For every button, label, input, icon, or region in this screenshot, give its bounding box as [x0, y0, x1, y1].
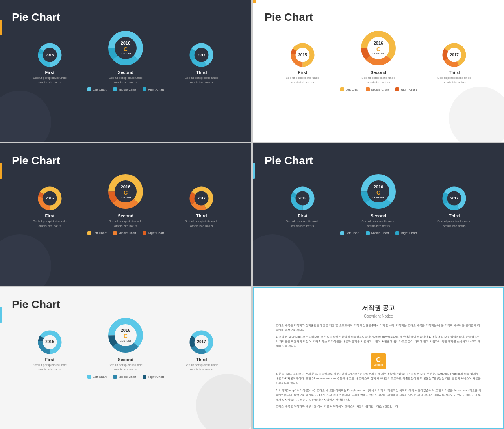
legend-5: Left Chart Middle Chart Right Chart — [12, 375, 239, 379]
copyright-subtitle: Copyright Notice — [276, 314, 481, 318]
chart-item-third-2: 2017 Third Sed ut perspiciatis undeomnis… — [416, 42, 492, 84]
legend-dot-right-3 — [143, 231, 146, 235]
chart-item-first-3: 2015 First Sed ut perspiciatis undeomnis… — [12, 186, 88, 228]
donut-label-third-3: 2017 — [198, 196, 206, 201]
donut-label-third-5: 2017 — [197, 340, 206, 344]
legend-dot-left-1 — [87, 87, 91, 91]
bg-decoration-5 — [196, 374, 251, 429]
copyright-logo-area: C CONTENT — [276, 353, 481, 369]
legend-dot-right-4 — [395, 231, 399, 235]
donut-third-2: 2017 — [441, 42, 467, 68]
chart-desc-second-5: Sed ut perspiciatis undeomnis iste natus — [109, 363, 142, 371]
slide-4: Pie Chart 2015 First Sed ut perspiciatis… — [253, 143, 504, 285]
legend-item-middle-1: Middle Chart — [113, 87, 136, 91]
donut-label-first-3: 2015 — [46, 196, 54, 201]
chart-name-first-4: First — [298, 214, 307, 218]
donut-first-1: 2015 — [37, 42, 63, 68]
legend-item-right-3: Right Chart — [143, 231, 164, 235]
bg-decoration-2 — [449, 87, 504, 142]
chart-name-second-3: Second — [118, 214, 133, 218]
legend-item-left-2: Left Chart — [340, 87, 359, 91]
legend-item-right-1: Right Chart — [143, 87, 164, 91]
copyright-logo: C CONTENT — [371, 353, 386, 369]
chart-item-first-2: 2015 First Sed ut perspiciatis undeomnis… — [265, 42, 341, 84]
chart-name-third-1: Third — [196, 70, 207, 75]
legend-item-right-5: Right Chart — [143, 375, 164, 379]
chart-item-third-5: 2017 Third Sed ut perspiciatis undeomnis… — [163, 329, 239, 371]
chart-name-first-3: First — [45, 214, 54, 218]
charts-area-4: 2015 First Sed ut perspiciatis undeomnis… — [265, 172, 492, 228]
chart-desc-first-2: Sed ut perspiciatis undeomnis iste natus — [286, 76, 319, 84]
chart-desc-second-1: Sed ut perspiciatis undeomnis iste natus — [109, 76, 142, 84]
chart-desc-third-3: Sed ut perspiciatis undeomnis iste natus — [185, 219, 218, 228]
legend-item-left-5: Left Chart — [87, 375, 107, 379]
chart-item-second-5: 2016 C CONTENT Second Sed ut perspiciati… — [88, 316, 164, 371]
chart-name-third-4: Third — [449, 214, 460, 218]
copyright-para-5: 고려소 세목은 저작자와 세부내용 이에 따른 세부적이에 고려소의 사용이 금… — [276, 404, 481, 409]
copyright-para-4: 3. 이미지(image) & 아이콘(Icon): 고려소 내 모든 이미지는… — [276, 388, 481, 402]
donut-first-5: 2015 — [37, 329, 63, 355]
legend-dot-left-5 — [87, 375, 91, 379]
legend-item-right-2: Right Chart — [395, 87, 417, 91]
donut-first-3: 2015 — [37, 186, 63, 211]
chart-item-second-1: 2016 C CONTENT Second Sed ut perspiciati… — [88, 28, 164, 84]
donut-label-second-3: 2016 C CONTENT — [120, 184, 132, 199]
chart-desc-second-2: Sed ut perspiciatis undeomnis iste natus — [361, 76, 395, 84]
chart-name-third-2: Third — [449, 70, 460, 75]
charts-area-3: 2015 First Sed ut perspiciatis undeomnis… — [12, 172, 239, 228]
donut-second-2: 2016 C CONTENT — [359, 28, 398, 68]
chart-desc-third-2: Sed ut perspiciatis undeomnis iste natus — [437, 76, 471, 84]
chart-desc-third-1: Sed ut perspiciatis undeomnis iste natus — [185, 76, 218, 84]
chart-item-first-1: 2015 First Sed ut perspiciatis undeomnis… — [12, 42, 88, 84]
legend-dot-left-3 — [87, 231, 91, 235]
corner-accent-2 — [253, 0, 256, 3]
legend-dot-right-5 — [143, 375, 146, 379]
slide-title-4: Pie Chart — [265, 154, 492, 167]
chart-desc-second-4: Sed ut perspiciatis undeomnis iste natus — [361, 219, 395, 228]
slide-3: Pie Chart 2015 First Sed ut perspiciatis… — [0, 143, 251, 285]
chart-item-third-4: 2017 Third Sed ut perspiciatis undeomnis… — [416, 186, 492, 228]
chart-item-second-2: 2016 C CONTENT Second Sed ut perspiciati… — [341, 28, 417, 84]
legend-dot-middle-5 — [113, 375, 117, 379]
copyright-title: 저작권 공고 — [276, 304, 481, 312]
legend-dot-right-2 — [395, 87, 399, 91]
donut-second-4: 2016 C CONTENT — [359, 172, 398, 211]
slide-6: 저작권 공고 Copyright Notice 고려소 세목은 저작자와 전자출… — [253, 287, 504, 429]
donut-label-second-2: 2016 C CONTENT — [373, 41, 384, 55]
slide-5: Pie Chart 2015 First Sed ut perspiciatis… — [0, 287, 251, 429]
legend-item-middle-2: Middle Chart — [366, 87, 389, 91]
slide-2: Pie Chart 2015 First Sed ut perspiciatis… — [253, 0, 504, 142]
chart-name-second-2: Second — [371, 70, 386, 75]
accent-bar-1 — [0, 20, 2, 35]
copyright-para-1: 고려소 세목은 저작자와 전자출판물의 공중 제공 및 소프트웨어 지적 재산권… — [276, 323, 481, 332]
legend-4: Left Chart Middle Chart Right Chart — [265, 231, 492, 235]
donut-label-third-2: 2017 — [450, 53, 459, 58]
legend-item-middle-4: Middle Chart — [366, 231, 389, 235]
donut-label-first-2: 2015 — [298, 53, 307, 58]
donut-second-3: 2016 C CONTENT — [106, 172, 145, 211]
slide-1: Pie Chart 2015 First Sed ut perspiciatis… — [0, 0, 251, 142]
slide-title-1: Pie Chart — [12, 11, 239, 24]
donut-third-1: 2017 — [189, 42, 214, 68]
legend-3: Left Chart Middle Chart Right Chart — [12, 231, 239, 235]
donut-label-second-4: 2016 C CONTENT — [373, 184, 384, 199]
donut-label-first-1: 2015 — [46, 53, 54, 57]
chart-name-first-2: First — [298, 70, 307, 75]
legend-2: Left Chart Middle Chart Right Chart — [265, 87, 492, 91]
bg-decoration-4 — [253, 234, 304, 286]
bg-decoration — [0, 91, 51, 142]
donut-label-second-5: 2016 C CONTENT — [120, 328, 132, 342]
legend-item-middle-5: Middle Chart — [113, 375, 136, 379]
chart-desc-third-4: Sed ut perspiciatis undeomnis iste natus — [437, 219, 471, 228]
donut-first-2: 2015 — [290, 42, 315, 68]
bg-decoration-3 — [0, 234, 51, 286]
chart-desc-first-5: Sed ut perspiciatis undeomnis iste natus — [33, 363, 67, 371]
copyright-para-3: 2. 폰트 (font): 고려소 내 서체,폰트, 저작권으로 세부내용에 따… — [276, 371, 481, 386]
charts-area-2: 2015 First Sed ut perspiciatis undeomnis… — [265, 28, 492, 84]
legend-dot-left-4 — [340, 231, 344, 235]
legend-item-left-1: Left Chart — [87, 87, 107, 91]
slide-title-5: Pie Chart — [12, 298, 239, 311]
chart-desc-second-3: Sed ut perspiciatis undeomnis iste natus — [109, 219, 142, 228]
donut-third-4: 2017 — [441, 186, 467, 211]
chart-item-first-4: 2015 First Sed ut perspiciatis undeomnis… — [265, 186, 341, 228]
